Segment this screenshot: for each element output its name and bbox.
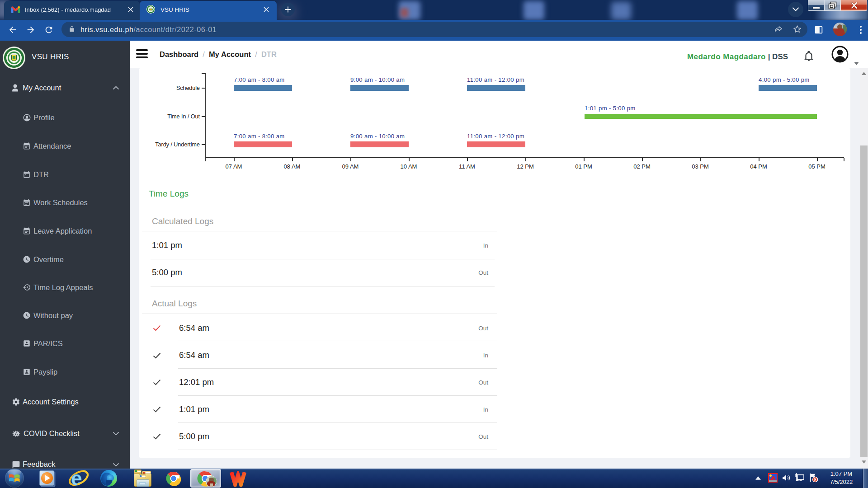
svg-text:e: e	[71, 468, 82, 488]
